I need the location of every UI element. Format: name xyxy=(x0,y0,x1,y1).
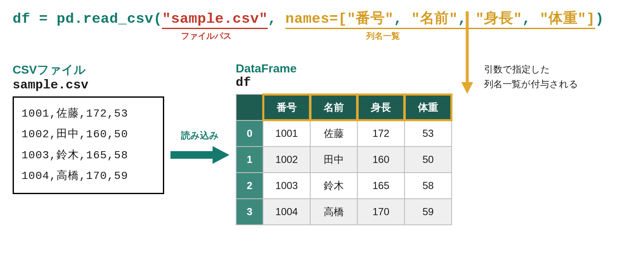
svg-marker-3 xyxy=(461,82,473,94)
csv-line: 1002,田中,160,50 xyxy=(21,124,155,145)
csv-line: 1004,高橋,170,59 xyxy=(21,166,155,187)
df-cell: 165 xyxy=(357,173,404,199)
table-row: 3 1004 高橋 170 59 xyxy=(236,199,452,225)
df-cell: 59 xyxy=(404,199,452,225)
code-names-arg: names=["番号", "名前", "身長", "体重"] xyxy=(285,11,595,29)
csv-line: 1001,佐藤,172,53 xyxy=(21,104,155,124)
df-table: 番号 名前 身長 体重 0 1001 佐藤 172 53 1 1002 田中 xyxy=(236,94,452,225)
csv-filename: sample.csv xyxy=(13,78,164,92)
df-corner xyxy=(236,94,263,120)
df-header: 体重 xyxy=(404,94,452,120)
df-cell: 1004 xyxy=(263,199,310,225)
read-label: 読み込み xyxy=(164,129,236,142)
code-paren-close: ) xyxy=(595,11,604,27)
dataframe-section: 引数で指定した 列名一覧が付与される DataFrame df 番号 名前 身長… xyxy=(236,62,452,225)
df-index: 3 xyxy=(236,199,263,225)
csv-content-box: 1001,佐藤,172,53 1002,田中,160,50 1003,鈴木,16… xyxy=(13,96,164,194)
df-cell: 高橋 xyxy=(310,199,357,225)
df-index: 2 xyxy=(236,173,263,199)
table-row: 2 1003 鈴木 165 58 xyxy=(236,173,452,199)
df-cell: 172 xyxy=(357,120,404,147)
df-title: DataFrame xyxy=(236,62,452,75)
df-header: 身長 xyxy=(357,94,404,120)
arrow-down-icon xyxy=(459,11,476,96)
df-cell: 160 xyxy=(357,147,404,173)
csv-section: CSVファイル sample.csv 1001,佐藤,172,53 1002,田… xyxy=(13,62,164,194)
df-header: 名前 xyxy=(310,94,357,120)
df-cell: 170 xyxy=(357,199,404,225)
df-cell: 田中 xyxy=(310,147,357,173)
df-cell: 1002 xyxy=(263,147,310,173)
code-line: df = pd.read_csv("sample.csv", names=["番… xyxy=(13,8,631,28)
code-comma: , xyxy=(268,11,285,27)
code-file-arg: "sample.csv" xyxy=(162,11,268,29)
df-cell: 58 xyxy=(404,173,452,199)
anno-columns: 列名一覧 xyxy=(366,30,400,42)
code-prefix: df = pd.read_csv( xyxy=(13,11,162,27)
df-index: 0 xyxy=(236,120,263,147)
df-cell: 1001 xyxy=(263,120,310,147)
code-annotations: ファイルパス 列名一覧 xyxy=(13,30,631,42)
df-cell: 50 xyxy=(404,147,452,173)
df-cell: 佐藤 xyxy=(310,120,357,147)
arrow-right-icon xyxy=(170,144,229,165)
df-cell: 53 xyxy=(404,120,452,147)
table-row: 1 1002 田中 160 50 xyxy=(236,147,452,173)
df-var: df xyxy=(236,75,452,90)
table-row: 0 1001 佐藤 172 53 xyxy=(236,120,452,147)
df-cell: 鈴木 xyxy=(310,173,357,199)
df-header: 番号 xyxy=(263,94,310,120)
csv-title: CSVファイル xyxy=(13,62,164,78)
df-cell: 1003 xyxy=(263,173,310,199)
read-arrow-section: 読み込み xyxy=(164,62,236,167)
anno-filepath: ファイルパス xyxy=(181,30,232,42)
df-index: 1 xyxy=(236,147,263,173)
csv-line: 1003,鈴木,165,58 xyxy=(21,145,155,166)
svg-marker-1 xyxy=(213,146,229,164)
callout-text: 引数で指定した 列名一覧が付与される xyxy=(484,62,578,91)
